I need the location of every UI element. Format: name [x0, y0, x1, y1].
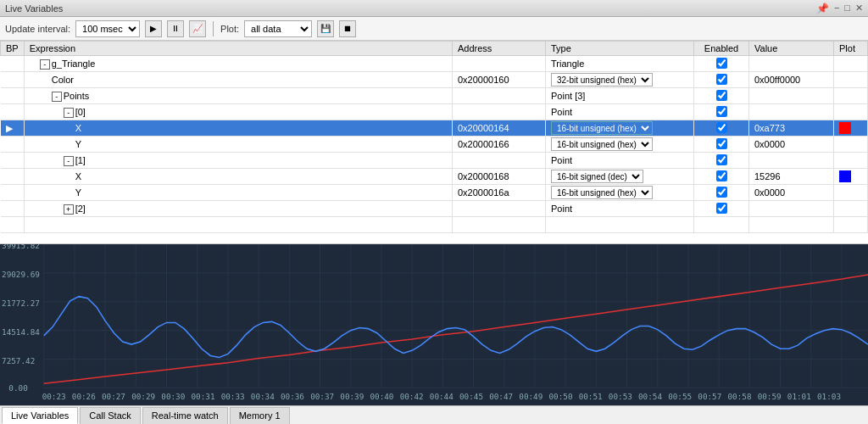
type-cell: Point [546, 201, 694, 217]
value-cell: 15296 [749, 169, 834, 185]
plot-cell [834, 201, 868, 217]
table-row[interactable]: -PointsPoint [3] [1, 88, 868, 104]
pin-icon[interactable]: 📌 [816, 3, 829, 14]
enabled-checkbox[interactable] [716, 170, 727, 181]
value-cell: 0x0000 [749, 185, 834, 201]
type-cell: 16-bit unsigned (hex) [546, 185, 694, 201]
expand-icon[interactable]: + [64, 204, 74, 215]
enabled-cell [694, 201, 749, 217]
value-cell: 0x00ff0000 [749, 72, 834, 88]
enabled-cell [694, 185, 749, 201]
svg-text:0.00: 0.00 [8, 383, 27, 393]
table-row[interactable]: -[0]Point [1, 104, 868, 120]
run-button[interactable]: ▶ [145, 20, 162, 37]
tab-call-stack[interactable]: Call Stack [80, 407, 141, 424]
expand-icon[interactable]: - [40, 59, 50, 70]
svg-text:00:34: 00:34 [251, 392, 275, 401]
enabled-cell [694, 56, 749, 72]
svg-text:00:59: 00:59 [758, 392, 782, 401]
enabled-checkbox[interactable] [716, 106, 727, 117]
table-row[interactable]: Color0x2000016032-bit unsigned (hex)0x00… [1, 72, 868, 88]
close-icon[interactable]: ✕ [855, 3, 863, 14]
expression-cell: -Points [24, 88, 452, 104]
type-select[interactable]: 32-bit unsigned (hex) [551, 73, 653, 86]
svg-text:01:03: 01:03 [817, 392, 841, 401]
type-cell: Point [546, 104, 694, 120]
svg-text:21772.27: 21772.27 [2, 298, 40, 308]
expression-cell [24, 217, 452, 233]
svg-text:00:47: 00:47 [489, 392, 513, 401]
table-row[interactable]: -g_TriangleTriangle [1, 56, 868, 72]
bp-cell [1, 169, 25, 185]
svg-text:00:57: 00:57 [698, 392, 721, 401]
save-plot-button[interactable]: 💾 [317, 20, 334, 37]
enabled-cell [694, 72, 749, 88]
bp-cell [1, 185, 25, 201]
expand-icon[interactable]: - [64, 156, 74, 166]
enabled-checkbox[interactable] [716, 154, 727, 165]
svg-text:00:39: 00:39 [340, 392, 364, 401]
tab-live-variables[interactable]: Live Variables [2, 407, 78, 424]
title-bar: Live Variables 📌 − □ ✕ [0, 0, 868, 17]
chart-button[interactable]: 📈 [189, 20, 206, 37]
type-select[interactable]: 16-bit unsigned (hex) [551, 186, 653, 199]
table-row[interactable] [1, 217, 868, 233]
table-row[interactable]: +[2]Point [1, 201, 868, 217]
enabled-checkbox[interactable] [716, 122, 727, 133]
pause-button[interactable]: ⏸ [167, 20, 184, 37]
svg-text:00:42: 00:42 [400, 392, 424, 401]
enabled-checkbox[interactable] [716, 74, 727, 85]
enabled-checkbox[interactable] [716, 187, 727, 198]
svg-text:00:40: 00:40 [370, 392, 393, 401]
type-select[interactable]: 16-bit unsigned (hex) [551, 137, 653, 151]
value-cell: 0xa773 [749, 120, 834, 137]
address-cell [453, 56, 546, 72]
value-cell [749, 104, 834, 120]
table-row[interactable]: ▶X0x2000016416-bit unsigned (hex)0xa773 [1, 120, 868, 137]
stop-plot-button[interactable]: ⏹ [339, 20, 356, 37]
col-header-address: Address [453, 42, 546, 56]
address-cell: 0x20000160 [453, 72, 546, 88]
enabled-checkbox[interactable] [716, 138, 727, 149]
svg-text:00:51: 00:51 [579, 392, 603, 401]
update-interval-select[interactable]: 100 msec [75, 20, 140, 37]
enabled-checkbox[interactable] [716, 203, 727, 214]
svg-text:00:58: 00:58 [728, 392, 752, 401]
expand-icon[interactable]: - [52, 92, 62, 102]
bp-cell [1, 201, 25, 217]
type-select[interactable]: 16-bit signed (dec) [551, 170, 643, 183]
tab-memory-1[interactable]: Memory 1 [230, 407, 290, 424]
table-row[interactable]: -[1]Point [1, 153, 868, 169]
svg-text:00:29: 00:29 [131, 392, 155, 401]
type-cell: Point [3] [546, 88, 694, 104]
minimize-icon[interactable]: − [834, 3, 839, 14]
type-select[interactable]: 16-bit unsigned (hex) [551, 121, 653, 135]
expression-cell: +[2] [24, 201, 452, 217]
svg-text:39915.82: 39915.82 [2, 244, 40, 250]
svg-text:00:49: 00:49 [519, 392, 542, 401]
address-cell [453, 88, 546, 104]
enabled-checkbox[interactable] [716, 90, 727, 101]
bp-cell [1, 137, 25, 153]
bp-cell [1, 104, 25, 120]
table-row[interactable]: Y0x2000016a16-bit unsigned (hex)0x0000 [1, 185, 868, 201]
expand-icon[interactable]: - [64, 108, 74, 118]
table-row[interactable]: X0x2000016816-bit signed (dec)15296 [1, 169, 868, 185]
enabled-cell [694, 137, 749, 153]
expression-cell: Y [24, 137, 452, 153]
plot-select[interactable]: all data [244, 20, 312, 37]
svg-text:00:54: 00:54 [638, 392, 662, 401]
svg-text:00:31: 00:31 [191, 392, 214, 401]
expression-cell: -g_Triangle [24, 56, 452, 72]
toolbar: Update interval: 100 msec ▶ ⏸ 📈 Plot: al… [0, 17, 868, 41]
enabled-checkbox[interactable] [716, 58, 727, 69]
col-header-enabled: Enabled [694, 42, 749, 56]
plot-cell [834, 185, 868, 201]
address-cell: 0x20000168 [453, 169, 546, 185]
plot-color-swatch [839, 122, 851, 134]
maximize-icon[interactable]: □ [844, 3, 850, 14]
table-row[interactable]: Y0x2000016616-bit unsigned (hex)0x0000 [1, 137, 868, 153]
value-cell [749, 153, 834, 169]
tab-realtime-watch[interactable]: Real-time watch [142, 407, 228, 424]
main-layout: BP Expression Address Type Enabled Value… [0, 41, 868, 424]
